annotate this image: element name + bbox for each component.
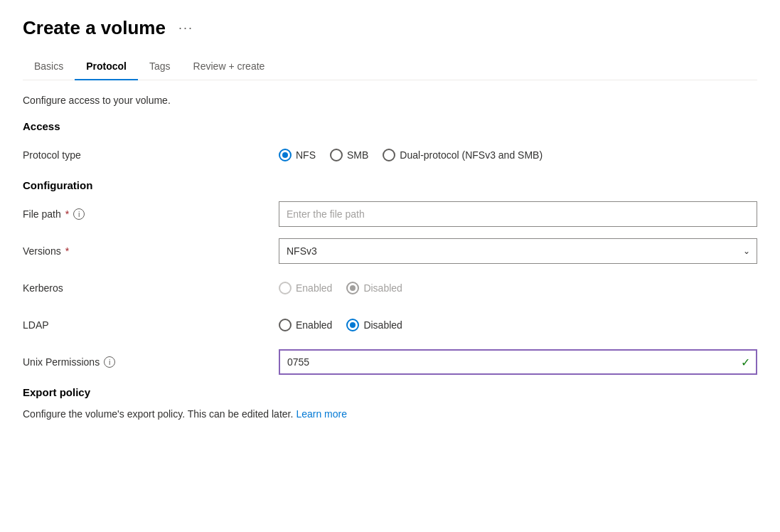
ldap-control: Enabled Disabled <box>279 319 757 331</box>
kerberos-disabled-label: Disabled <box>363 282 402 294</box>
ldap-enabled-option[interactable]: Enabled <box>279 319 332 331</box>
unix-permissions-input-wrapper: ✓ <box>279 349 757 375</box>
ldap-disabled-option[interactable]: Disabled <box>346 319 402 331</box>
versions-select[interactable]: NFSv3 NFSv4.1 <box>279 238 757 264</box>
kerberos-radio-group: Enabled Disabled <box>279 282 757 294</box>
unix-permissions-info-icon[interactable]: i <box>104 356 115 368</box>
export-policy-title: Export policy <box>23 386 757 398</box>
kerberos-disabled-option[interactable]: Disabled <box>346 282 402 294</box>
protocol-nfs-label: NFS <box>296 149 316 161</box>
unix-permissions-input[interactable] <box>279 349 757 375</box>
tab-protocol[interactable]: Protocol <box>75 53 138 80</box>
protocol-dual-radio[interactable] <box>383 149 395 161</box>
page-subtitle: Configure access to your volume. <box>23 95 757 106</box>
kerberos-enabled-option[interactable]: Enabled <box>279 282 332 294</box>
file-path-required-star: * <box>65 208 69 220</box>
kerberos-label: Kerberos <box>23 282 279 294</box>
ldap-disabled-radio[interactable] <box>346 319 359 331</box>
file-path-control <box>279 201 757 227</box>
protocol-smb-label: SMB <box>347 149 368 161</box>
tab-review-create[interactable]: Review + create <box>182 53 277 80</box>
protocol-nfs-radio[interactable] <box>279 149 292 161</box>
ldap-enabled-label: Enabled <box>296 319 332 331</box>
protocol-nfs-option[interactable]: NFS <box>279 149 316 161</box>
tab-basics[interactable]: Basics <box>23 53 75 80</box>
protocol-type-row: Protocol type NFS SMB Dual-protocol (NFS… <box>23 142 757 168</box>
protocol-smb-option[interactable]: SMB <box>330 149 368 161</box>
kerberos-row: Kerberos Enabled Disabled <box>23 275 757 301</box>
tab-tags[interactable]: Tags <box>138 53 182 80</box>
unix-permissions-control: ✓ <box>279 349 757 375</box>
kerberos-enabled-label: Enabled <box>296 282 332 294</box>
page-title: Create a volume <box>23 17 166 39</box>
protocol-dual-label: Dual-protocol (NFSv3 and SMB) <box>400 149 543 161</box>
page-container: Create a volume ··· Basics Protocol Tags… <box>0 0 780 437</box>
protocol-type-label: Protocol type <box>23 149 279 161</box>
file-path-row: File path * i <box>23 201 757 227</box>
versions-row: Versions * NFSv3 NFSv4.1 ⌄ <box>23 238 757 264</box>
versions-required-star: * <box>65 245 69 257</box>
ldap-disabled-label: Disabled <box>363 319 402 331</box>
ldap-enabled-radio[interactable] <box>279 319 292 331</box>
file-path-label: File path * i <box>23 208 279 220</box>
versions-label: Versions * <box>23 245 279 257</box>
unix-permissions-label: Unix Permissions i <box>23 356 279 368</box>
versions-select-wrapper: NFSv3 NFSv4.1 ⌄ <box>279 238 757 264</box>
access-section-title: Access <box>23 120 757 132</box>
kerberos-disabled-radio[interactable] <box>346 282 359 294</box>
page-title-row: Create a volume ··· <box>23 17 757 39</box>
access-section: Access Protocol type NFS SMB <box>23 120 757 168</box>
configuration-section-title: Configuration <box>23 179 757 191</box>
tabs-row: Basics Protocol Tags Review + create <box>23 53 757 80</box>
file-path-info-icon[interactable]: i <box>73 208 85 220</box>
unix-permissions-row: Unix Permissions i ✓ <box>23 349 757 375</box>
file-path-input[interactable] <box>279 201 757 227</box>
learn-more-link[interactable]: Learn more <box>296 408 347 420</box>
protocol-type-radio-group: NFS SMB Dual-protocol (NFSv3 and SMB) <box>279 149 757 161</box>
export-policy-description: Configure the volume's export policy. Th… <box>23 408 757 420</box>
ldap-label: LDAP <box>23 319 279 331</box>
protocol-smb-radio[interactable] <box>330 149 343 161</box>
ldap-radio-group: Enabled Disabled <box>279 319 757 331</box>
kerberos-control: Enabled Disabled <box>279 282 757 294</box>
ldap-row: LDAP Enabled Disabled <box>23 312 757 338</box>
protocol-type-control: NFS SMB Dual-protocol (NFSv3 and SMB) <box>279 149 757 161</box>
unix-permissions-checkmark-icon: ✓ <box>741 356 750 369</box>
versions-control: NFSv3 NFSv4.1 ⌄ <box>279 238 757 264</box>
protocol-dual-option[interactable]: Dual-protocol (NFSv3 and SMB) <box>383 149 543 161</box>
configuration-section: Configuration File path * i Versions * N… <box>23 179 757 375</box>
ellipsis-button[interactable]: ··· <box>174 19 198 37</box>
kerberos-enabled-radio[interactable] <box>279 282 292 294</box>
export-policy-section: Export policy Configure the volume's exp… <box>23 386 757 420</box>
